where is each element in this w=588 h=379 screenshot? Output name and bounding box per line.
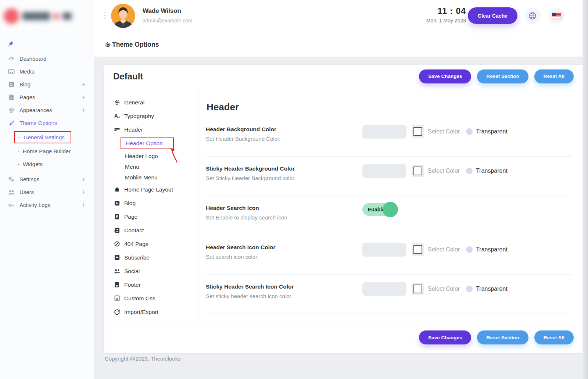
- expand-toggle[interactable]: +: [82, 188, 86, 196]
- theme-nav-blog[interactable]: Blog: [104, 196, 198, 210]
- expand-toggle[interactable]: +: [82, 175, 86, 183]
- theme-nav-header-logo[interactable]: Header Logo: [104, 151, 198, 161]
- blog-icon: [114, 200, 120, 206]
- theme-nav-label: Import/Export: [124, 309, 158, 315]
- reset-all-button-bottom[interactable]: Reset All: [534, 330, 574, 344]
- setting-row-header-search-icon-color: Header Search Icon Color Set search icon…: [206, 235, 571, 275]
- media-icon: [8, 68, 15, 75]
- sidebar-item-media[interactable]: Media: [0, 65, 94, 78]
- pin-sidebar-icon[interactable]: [7, 40, 14, 48]
- gears-icon: [8, 176, 15, 183]
- theme-nav-404-page[interactable]: 404 Page: [104, 237, 198, 251]
- theme-nav-page[interactable]: Page: [104, 210, 198, 224]
- theme-nav-menu[interactable]: Menu: [104, 161, 198, 172]
- language-globe-button[interactable]: [524, 8, 541, 24]
- sidebar-subitem-widgets[interactable]: - Widgets: [0, 158, 94, 171]
- sidebar-item-settings[interactable]: Settings +: [0, 173, 94, 186]
- slashed-circle-icon: [114, 241, 120, 247]
- logo-text2-blur: [62, 12, 72, 20]
- svg-text:a: a: [118, 115, 120, 119]
- enable-toggle[interactable]: Enable: [362, 203, 395, 216]
- section-title: Header: [207, 101, 571, 113]
- theme-options-panel: Default Save Changes Reset Section Reset…: [104, 65, 582, 353]
- sidebar-subitem-general-settings[interactable]: - General Settings: [0, 129, 94, 145]
- theme-nav-label: Social: [124, 268, 140, 275]
- sidebar-item-users[interactable]: Users +: [0, 186, 94, 199]
- expand-toggle[interactable]: +: [82, 81, 86, 89]
- row-controls: Select Color Transparent: [362, 125, 508, 139]
- theme-nav-contact[interactable]: Contact: [104, 224, 198, 237]
- theme-nav-general[interactable]: General: [104, 96, 198, 109]
- dash-bullet: -: [18, 134, 20, 140]
- expand-toggle[interactable]: +: [82, 93, 86, 101]
- theme-nav-label: Page: [124, 214, 137, 220]
- theme-nav-import-export[interactable]: Import/Export: [104, 305, 198, 319]
- row-label: Sticky Header Search Icon Color Set stic…: [206, 283, 362, 299]
- theme-nav-typography[interactable]: Aa Typography: [104, 109, 198, 123]
- theme-nav-custom-css[interactable]: a Custom Css: [104, 292, 198, 305]
- document-icon: [114, 214, 120, 220]
- color-value-input[interactable]: [362, 243, 406, 257]
- transparent-swatch[interactable]: [466, 286, 473, 292]
- custom-css-icon: a: [114, 295, 120, 301]
- theme-nav-mobile-menu[interactable]: Mobile Menu: [104, 172, 198, 183]
- select-color-checkbox[interactable]: [412, 125, 424, 138]
- transparent-label: Transparent: [476, 286, 508, 292]
- select-color-checkbox[interactable]: [412, 243, 424, 256]
- logo-accent-dot: [54, 14, 59, 19]
- panel-title: Default: [113, 71, 143, 82]
- key-icon: [8, 202, 15, 208]
- setting-row-header-search-icon: Header Search Icon Set Enable to display…: [206, 196, 571, 235]
- reset-section-button[interactable]: Reset Section: [477, 69, 528, 83]
- toggle-knob[interactable]: [383, 202, 398, 217]
- row-label: Header Background Color Set Header Backg…: [206, 126, 362, 142]
- theme-nav-header[interactable]: Header: [104, 123, 198, 136]
- collapse-toggle[interactable]: −: [82, 119, 86, 127]
- color-value-input[interactable]: [362, 164, 406, 178]
- scrollbar[interactable]: [582, 0, 588, 379]
- reset-section-button-bottom[interactable]: Reset Section: [477, 330, 528, 344]
- theme-nav-label: General: [124, 99, 144, 106]
- sidebar-item-label: Settings: [19, 176, 82, 182]
- theme-nav-home-page-layout[interactable]: Home Page Layout: [104, 183, 198, 196]
- sidebar-item-theme-options[interactable]: Theme Options −: [0, 117, 94, 129]
- transparent-swatch[interactable]: [466, 168, 473, 174]
- clear-cache-button[interactable]: Clear Cache: [468, 7, 517, 24]
- sidebar-item-label: Activity Logs: [19, 202, 82, 208]
- theme-nav-label: Footer: [124, 282, 141, 288]
- sidebar-subitem-home-page-builder[interactable]: - Home Page Builder: [0, 145, 94, 158]
- theme-nav-subscribe[interactable]: Subscribe: [104, 251, 198, 264]
- transparent-swatch[interactable]: [466, 128, 473, 135]
- user-info[interactable]: Wade Wilson admin@example.com: [143, 7, 193, 24]
- transparent-swatch[interactable]: [466, 246, 473, 253]
- color-value-input[interactable]: [362, 125, 406, 139]
- theme-nav-social[interactable]: Social: [104, 264, 198, 278]
- sidebar-item-dashboard[interactable]: Dashboard: [0, 52, 94, 65]
- sidebar-item-blog[interactable]: Blog +: [0, 78, 94, 91]
- locale-flag-button[interactable]: [548, 8, 564, 24]
- transparent-label: Transparent: [476, 128, 508, 135]
- theme-nav-header-option[interactable]: Header Option: [121, 137, 174, 149]
- color-value-input[interactable]: [362, 282, 406, 296]
- sidebar-item-pages[interactable]: Pages +: [0, 91, 94, 104]
- dash-bullet: -: [18, 148, 19, 154]
- theme-options-nav: General Aa Typography Header Header Opti…: [104, 88, 198, 322]
- row-controls: Select Color Transparent: [362, 282, 508, 296]
- theme-nav-footer[interactable]: Footer: [104, 278, 198, 292]
- sidebar-nav: Dashboard Media Blog + Pages + Appearanc…: [0, 52, 94, 211]
- sidebar-item-appearances[interactable]: Appearances +: [0, 104, 94, 117]
- sidebar-item-activity-logs[interactable]: Activity Logs +: [0, 199, 94, 211]
- expand-toggle[interactable]: +: [82, 106, 86, 114]
- logo-text-blur: [22, 12, 50, 20]
- expand-toggle[interactable]: +: [82, 201, 86, 209]
- select-color-checkbox[interactable]: [412, 283, 424, 295]
- user-avatar[interactable]: [111, 4, 135, 28]
- theme-nav-label: Subscribe: [124, 254, 150, 261]
- kebab-menu-icon[interactable]: [104, 12, 105, 19]
- save-changes-button-bottom[interactable]: Save Changes: [419, 330, 471, 344]
- reset-all-button[interactable]: Reset All: [534, 69, 574, 83]
- select-color-checkbox[interactable]: [412, 165, 424, 177]
- save-changes-button[interactable]: Save Changes: [419, 69, 471, 83]
- setting-desc: Set sticky header search icon color.: [206, 293, 362, 299]
- copyright-text: Copyright @2023. Themelooks: [105, 355, 181, 362]
